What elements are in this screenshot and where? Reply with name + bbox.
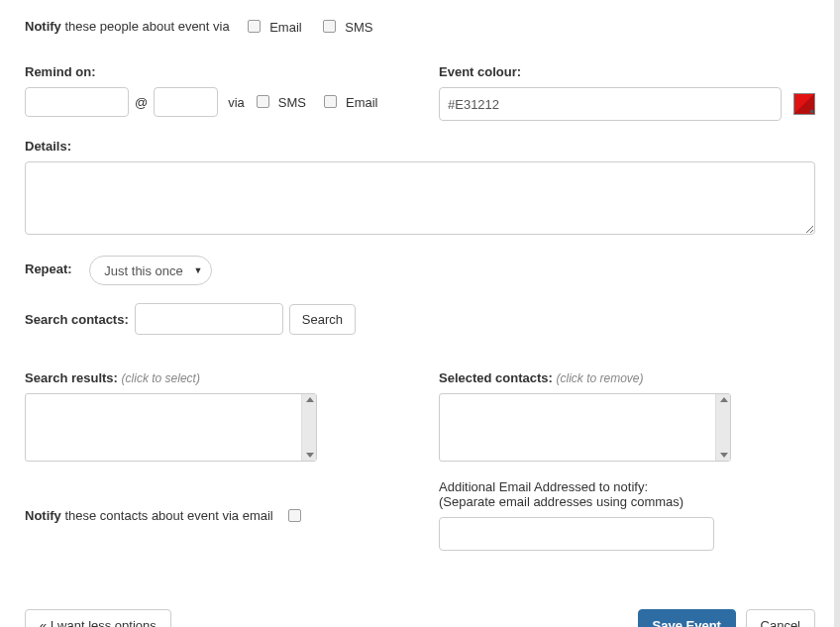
remind-at: @ — [135, 95, 148, 110]
selected-contacts-section: Selected contacts: (click to remove) Add… — [439, 370, 815, 551]
search-results-label: Search results: — [25, 370, 118, 385]
additional-emails-hint: (Separate email addresses using commas) — [439, 494, 815, 509]
details-section: Details: — [25, 139, 815, 238]
event-colour-section: Event colour: — [439, 64, 815, 121]
save-event-button[interactable]: Save Event — [638, 609, 736, 627]
search-results-hint: (click to select) — [122, 371, 200, 385]
notify-contacts-suffix: these contacts about event via email — [61, 508, 273, 523]
search-contacts-label: Search contacts: — [25, 312, 129, 327]
remind-via: via — [228, 95, 245, 110]
remind-label: Remind on: — [25, 64, 419, 79]
scrollbar[interactable] — [301, 394, 316, 461]
selected-contacts-listbox[interactable] — [439, 393, 731, 462]
additional-emails-label: Additional Email Addressed to notify: — [439, 479, 815, 494]
remind-email-checkbox[interactable] — [324, 95, 337, 108]
search-contacts-input[interactable] — [135, 303, 283, 335]
details-textarea[interactable] — [25, 161, 815, 235]
selected-contacts-hint: (click to remove) — [557, 371, 644, 385]
event-colour-label: Event colour: — [439, 64, 815, 79]
search-results-listbox[interactable] — [25, 393, 317, 462]
repeat-row: Repeat: Just this once — [25, 256, 815, 285]
search-contacts-row: Search contacts: Search — [25, 303, 815, 335]
cancel-button[interactable]: Cancel — [746, 609, 815, 627]
notify-people-row: Notify these people about event via Emai… — [25, 18, 815, 37]
page-scrollbar[interactable] — [834, 0, 840, 627]
remind-sms-label: SMS — [278, 95, 306, 110]
remind-section: Remind on: @ via SMS Email — [25, 64, 419, 121]
additional-emails-input[interactable] — [439, 517, 714, 551]
notify-contacts-prefix: Notify — [25, 508, 61, 523]
repeat-label: Repeat: — [25, 261, 72, 276]
notify-sms-checkbox[interactable] — [323, 20, 336, 33]
remind-time-input[interactable] — [154, 87, 218, 117]
notify-suffix: these people about event via — [61, 19, 230, 34]
search-button[interactable]: Search — [289, 304, 356, 335]
details-label: Details: — [25, 139, 815, 154]
colour-swatch-icon[interactable] — [793, 93, 815, 115]
scrollbar[interactable] — [715, 394, 730, 461]
notify-email-checkbox[interactable] — [248, 20, 261, 33]
notify-contacts-row: Notify these contacts about event via em… — [25, 507, 322, 526]
notify-prefix: Notify — [25, 19, 61, 34]
footer: « I want less options Save Event Cancel — [25, 609, 815, 627]
event-colour-input[interactable] — [439, 87, 782, 121]
notify-sms-label: SMS — [345, 20, 372, 35]
notify-contacts-checkbox[interactable] — [288, 509, 301, 522]
remind-date-input[interactable] — [25, 87, 129, 117]
remind-sms-checkbox[interactable] — [257, 95, 269, 108]
remind-email-label: Email — [346, 95, 378, 110]
repeat-select[interactable]: Just this once — [89, 256, 212, 285]
selected-contacts-label: Selected contacts: — [439, 370, 553, 385]
less-options-button[interactable]: « I want less options — [25, 609, 171, 627]
notify-email-label: Email — [269, 20, 302, 35]
